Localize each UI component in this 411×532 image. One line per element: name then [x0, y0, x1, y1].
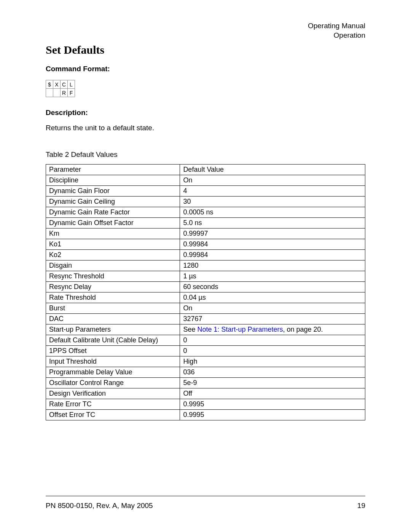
param-cell: Rate Error TC — [46, 399, 180, 410]
value-cell: 5e-9 — [180, 378, 365, 388]
param-cell: DAC — [46, 314, 180, 324]
value-cell: 1 µs — [180, 271, 365, 282]
value-cell: 0.99984 — [180, 239, 365, 250]
value-cell: 0.99984 — [180, 250, 365, 260]
value-cell: 30 — [180, 197, 365, 207]
param-cell: Ko2 — [46, 250, 180, 260]
value-cell: 32767 — [180, 314, 365, 324]
param-cell: Resync Threshold — [46, 271, 180, 282]
value-cell: 60 seconds — [180, 282, 365, 292]
value-cell: 0.0005 ns — [180, 207, 365, 218]
param-cell: Oscillator Control Range — [46, 378, 180, 388]
param-cell: Dynamic Gain Floor — [46, 186, 180, 197]
table-row: Programmable Delay Value036 — [46, 367, 365, 378]
value-cell: 0 — [180, 346, 365, 356]
param-cell: Dynamic Gain Ceiling — [46, 197, 180, 207]
table-row: Resync Delay60 seconds — [46, 282, 365, 292]
table-row: Dynamic Gain Rate Factor0.0005 ns — [46, 207, 365, 218]
param-cell: Disgain — [46, 260, 180, 271]
table-header-cell: Parameter — [46, 165, 180, 175]
table-caption: Table 2 Default Values — [46, 150, 365, 159]
footer-left: PN 8500-0150, Rev. A, May 2005 — [46, 502, 153, 510]
cmd-cell: L — [68, 80, 75, 89]
table-row: Dynamic Gain Offset Factor5.0 ns — [46, 218, 365, 228]
table-row: DAC32767 — [46, 314, 365, 324]
value-cell: 5.0 ns — [180, 218, 365, 228]
cmd-cell: R — [61, 89, 68, 97]
cmd-cell: F — [68, 89, 75, 97]
value-cell: On — [180, 303, 365, 314]
param-cell: Dynamic Gain Offset Factor — [46, 218, 180, 228]
table-row: Resync Threshold1 µs — [46, 271, 365, 282]
table-row: Oscillator Control Range5e-9 — [46, 378, 365, 388]
value-cell: 0.9995 — [180, 399, 365, 410]
cmd-cell: X — [53, 80, 61, 89]
footer-page-number: 19 — [357, 502, 365, 510]
value-cell: See Note 1: Start-up Parameters, on page… — [180, 324, 365, 335]
page-footer: PN 8500-0150, Rev. A, May 2005 19 — [46, 496, 365, 510]
table-row: Ko10.99984 — [46, 239, 365, 250]
param-cell: Burst — [46, 303, 180, 314]
cmd-cell: $ — [46, 80, 53, 89]
value-cell: 0.9995 — [180, 410, 365, 420]
command-format-grid: $ X C L R F — [46, 80, 75, 97]
table-row: Dynamic Gain Ceiling30 — [46, 197, 365, 207]
default-values-table: ParameterDefault ValueDisciplineOnDynami… — [46, 164, 365, 420]
value-cell: On — [180, 175, 365, 186]
header-line-2: Operation — [308, 31, 365, 40]
param-cell: Discipline — [46, 175, 180, 186]
param-cell: Programmable Delay Value — [46, 367, 180, 378]
cmd-cell: C — [61, 80, 68, 89]
header-line-1: Operating Manual — [308, 21, 365, 31]
table-row: Rate Threshold0.04 µs — [46, 292, 365, 303]
table-row: Km0.99997 — [46, 228, 365, 239]
table-row: DisciplineOn — [46, 175, 365, 186]
param-cell: Design Verification — [46, 388, 180, 399]
table-row: Default Calibrate Unit (Cable Delay)0 — [46, 335, 365, 346]
description-text: Returns the unit to a default state. — [46, 124, 365, 132]
cross-reference-link[interactable]: Note 1: Start-up Parameters — [197, 326, 283, 333]
value-cell: 4 — [180, 186, 365, 197]
param-cell: Rate Threshold — [46, 292, 180, 303]
cmd-cell — [53, 89, 61, 97]
table-row: Disgain1280 — [46, 260, 365, 271]
param-cell: Input Threshold — [46, 356, 180, 367]
value-cell: High — [180, 356, 365, 367]
param-cell: Start-up Parameters — [46, 324, 180, 335]
description-label: Description: — [46, 109, 365, 117]
param-cell: Ko1 — [46, 239, 180, 250]
document-header: Operating Manual Operation — [308, 21, 365, 40]
table-row: Dynamic Gain Floor4 — [46, 186, 365, 197]
value-cell: 0.99997 — [180, 228, 365, 239]
table-row: Rate Error TC0.9995 — [46, 399, 365, 410]
param-cell: Dynamic Gain Rate Factor — [46, 207, 180, 218]
table-row: Input ThresholdHigh — [46, 356, 365, 367]
table-row: 1PPS Offset0 — [46, 346, 365, 356]
table-row: Ko20.99984 — [46, 250, 365, 260]
param-cell: Offset Error TC — [46, 410, 180, 420]
value-cell: 0.04 µs — [180, 292, 365, 303]
command-format-label: Command Format: — [46, 65, 365, 73]
table-row: Offset Error TC0.9995 — [46, 410, 365, 420]
table-row: BurstOn — [46, 303, 365, 314]
value-cell: 036 — [180, 367, 365, 378]
param-cell: 1PPS Offset — [46, 346, 180, 356]
param-cell: Km — [46, 228, 180, 239]
page-title: Set Defaults — [46, 43, 365, 56]
table-row: Design VerificationOff — [46, 388, 365, 399]
value-cell: 1280 — [180, 260, 365, 271]
table-row: Start-up ParametersSee Note 1: Start-up … — [46, 324, 365, 335]
cmd-cell — [46, 89, 53, 97]
param-cell: Default Calibrate Unit (Cable Delay) — [46, 335, 180, 346]
value-cell: 0 — [180, 335, 365, 346]
table-header-cell: Default Value — [180, 165, 365, 175]
param-cell: Resync Delay — [46, 282, 180, 292]
value-cell: Off — [180, 388, 365, 399]
